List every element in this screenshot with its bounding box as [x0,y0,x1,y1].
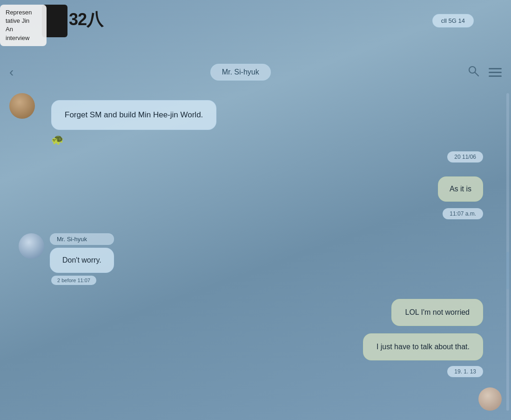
timestamp-5: 19. 1. 13 [447,366,483,377]
menu-line-1 [489,68,502,69]
message-group-1: Forget SM and build Min Hee-jin World. 🐢 [51,100,502,146]
message-emoji-1: 🐢 [51,134,64,146]
scrollbar-thumb[interactable] [506,252,509,289]
message-text-5: I just have to talk about that. [377,343,470,351]
timestamp-2: 11:07 a.m. [443,208,483,219]
message-group-3: Mr. Si-hyuk Don't worry. 2 before 11:07 [9,233,502,285]
menu-line-2 [489,72,502,73]
timestamp-row-3: 2 before 11:07 [51,276,502,285]
message-bubble-1: Forget SM and build Min Hee-jin World. [51,100,216,130]
overlay-text3: An [6,26,13,33]
avatar-bottom-right [478,387,502,411]
avatar-si-hyuk [19,233,44,259]
app-logo: 32八 [69,8,103,31]
right-bubble-group-4: LOL I'm not worried [9,299,483,326]
message-group-5: I just have to talk about that. 19. 1. 1… [9,333,502,377]
overlay-text2: tative Jin [6,17,29,24]
message-text-2: As it is [450,185,471,193]
back-button[interactable]: ‹ [9,65,13,80]
header-actions [467,65,502,80]
timestamp-row-2: 11:07 a.m. [9,205,483,219]
message-bubble-3: Don't worry. [50,248,114,273]
chat-header: ‹ Mr. Si-hyuk [0,61,511,84]
avatar-row-3: Mr. Si-hyuk Don't worry. [19,233,502,273]
chat-area: Forget SM and build Min Hee-jin World. 🐢… [0,91,511,420]
right-bubble-group-2: As it is [9,176,483,202]
svg-line-1 [475,73,479,76]
message-group-4: LOL I'm not worried [9,299,502,326]
timestamp-3: 2 before 11:07 [51,276,96,285]
left-message-content-3: Mr. Si-hyuk Don't worry. [50,233,114,273]
timestamp-row-1: 20 11/06 [9,149,483,163]
search-icon [467,65,479,77]
search-button[interactable] [467,65,479,80]
message-bubble-2: As it is [438,176,483,202]
overlay-text: Represen [6,9,32,16]
menu-button[interactable] [489,68,502,77]
message-group-2: As it is 11:07 a.m. [9,176,502,219]
message-bubble-4: LOL I'm not worried [391,299,483,326]
signal-badge: cll 5G 14 [432,14,474,27]
message-text-1: Forget SM and build Min Hee-jin World. [65,110,203,119]
timestamp-1: 20 11/06 [447,151,483,163]
chat-title: Mr. Si-hyuk [210,64,271,81]
status-bar: cll 5G 14 [432,14,474,27]
menu-line-3 [489,75,502,77]
timestamp-row-5: 19. 1. 13 [9,363,483,377]
right-bubble-group-5: I just have to talk about that. [9,333,483,360]
scrollbar[interactable] [506,93,509,411]
message-text-3: Don't worry. [62,256,101,264]
sender-name-label: Mr. Si-hyuk [50,233,114,245]
message-text-4: LOL I'm not worried [405,308,470,316]
overlay-card: Represen tative Jin An interview [0,5,47,46]
message-bubble-5: I just have to talk about that. [363,333,483,360]
overlay-text4: interview [6,34,29,41]
